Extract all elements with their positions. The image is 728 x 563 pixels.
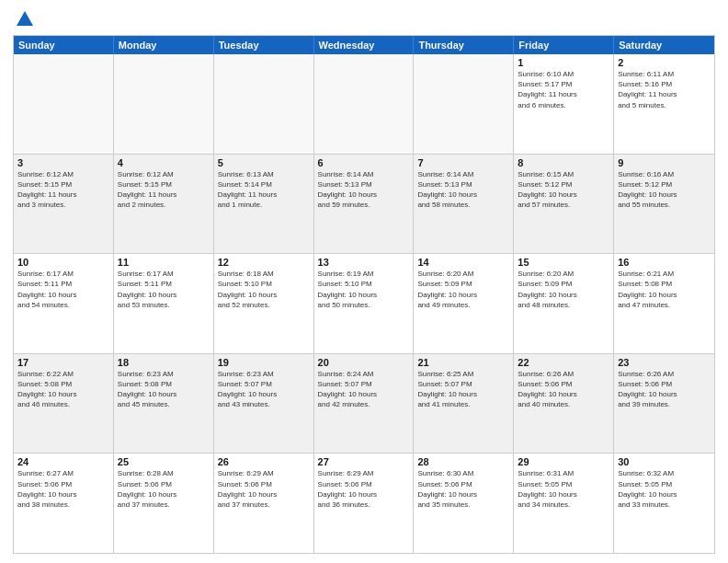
day-number: 5 — [218, 157, 310, 168]
day-info: Sunrise: 6:28 AM Sunset: 5:06 PM Dayligh… — [118, 468, 210, 510]
day-info: Sunrise: 6:18 AM Sunset: 5:10 PM Dayligh… — [218, 269, 310, 310]
day-number: 20 — [318, 357, 410, 368]
day-number: 27 — [318, 456, 410, 467]
day-number: 13 — [318, 257, 410, 268]
day-number: 3 — [17, 157, 109, 168]
day-number: 28 — [417, 456, 509, 467]
day-number: 21 — [417, 357, 509, 368]
calendar-cell: 1Sunrise: 6:10 AM Sunset: 5:17 PM Daylig… — [514, 54, 614, 154]
calendar-cell: 28Sunrise: 6:30 AM Sunset: 5:06 PM Dayli… — [414, 454, 514, 553]
day-number: 18 — [118, 357, 210, 368]
day-number: 11 — [118, 257, 210, 268]
header — [13, 9, 715, 28]
calendar-cell: 22Sunrise: 6:26 AM Sunset: 5:06 PM Dayli… — [514, 354, 614, 454]
day-number: 9 — [618, 157, 711, 168]
day-info: Sunrise: 6:22 AM Sunset: 5:08 PM Dayligh… — [17, 369, 109, 410]
day-info: Sunrise: 6:30 AM Sunset: 5:06 PM Dayligh… — [417, 468, 509, 510]
day-info: Sunrise: 6:17 AM Sunset: 5:11 PM Dayligh… — [17, 269, 109, 310]
day-info: Sunrise: 6:12 AM Sunset: 5:15 PM Dayligh… — [118, 169, 210, 211]
calendar-cell: 8Sunrise: 6:15 AM Sunset: 5:12 PM Daylig… — [514, 155, 614, 254]
calendar-cell: 25Sunrise: 6:28 AM Sunset: 5:06 PM Dayli… — [114, 454, 214, 553]
calendar-cell: 6Sunrise: 6:14 AM Sunset: 5:13 PM Daylig… — [314, 155, 415, 254]
calendar-cell — [214, 54, 314, 154]
day-info: Sunrise: 6:29 AM Sunset: 5:06 PM Dayligh… — [218, 468, 310, 510]
day-info: Sunrise: 6:23 AM Sunset: 5:08 PM Dayligh… — [118, 369, 210, 410]
day-info: Sunrise: 6:24 AM Sunset: 5:07 PM Dayligh… — [318, 369, 410, 410]
day-info: Sunrise: 6:32 AM Sunset: 5:05 PM Dayligh… — [618, 468, 711, 510]
calendar-cell: 3Sunrise: 6:12 AM Sunset: 5:15 PM Daylig… — [14, 155, 114, 254]
calendar-cell — [14, 54, 114, 154]
day-number: 7 — [417, 157, 509, 168]
header-cell-tuesday: Tuesday — [214, 36, 314, 54]
calendar-cell: 2Sunrise: 6:11 AM Sunset: 5:16 PM Daylig… — [614, 54, 714, 154]
day-info: Sunrise: 6:10 AM Sunset: 5:17 PM Dayligh… — [518, 69, 609, 110]
day-info: Sunrise: 6:31 AM Sunset: 5:05 PM Dayligh… — [518, 468, 609, 510]
day-number: 26 — [218, 456, 310, 467]
calendar-cell: 21Sunrise: 6:25 AM Sunset: 5:07 PM Dayli… — [414, 354, 514, 454]
header-cell-wednesday: Wednesday — [314, 36, 415, 54]
calendar-cell: 29Sunrise: 6:31 AM Sunset: 5:05 PM Dayli… — [514, 454, 614, 553]
calendar-row-5: 24Sunrise: 6:27 AM Sunset: 5:06 PM Dayli… — [14, 454, 714, 553]
calendar-row-2: 3Sunrise: 6:12 AM Sunset: 5:15 PM Daylig… — [14, 155, 714, 255]
calendar-cell: 13Sunrise: 6:19 AM Sunset: 5:10 PM Dayli… — [314, 254, 415, 353]
calendar-cell: 18Sunrise: 6:23 AM Sunset: 5:08 PM Dayli… — [114, 354, 214, 454]
calendar-cell: 23Sunrise: 6:26 AM Sunset: 5:06 PM Dayli… — [614, 354, 714, 454]
day-number: 29 — [518, 456, 609, 467]
day-number: 17 — [17, 357, 109, 368]
calendar-row-4: 17Sunrise: 6:22 AM Sunset: 5:08 PM Dayli… — [14, 354, 714, 454]
calendar-cell: 26Sunrise: 6:29 AM Sunset: 5:06 PM Dayli… — [214, 454, 314, 553]
day-info: Sunrise: 6:15 AM Sunset: 5:12 PM Dayligh… — [518, 169, 609, 211]
day-info: Sunrise: 6:21 AM Sunset: 5:08 PM Dayligh… — [618, 269, 711, 310]
day-info: Sunrise: 6:14 AM Sunset: 5:13 PM Dayligh… — [318, 169, 410, 211]
header-cell-friday: Friday — [514, 36, 614, 54]
header-cell-sunday: Sunday — [14, 36, 114, 54]
header-cell-monday: Monday — [114, 36, 214, 54]
calendar-cell: 4Sunrise: 6:12 AM Sunset: 5:15 PM Daylig… — [114, 155, 214, 254]
calendar-cell: 7Sunrise: 6:14 AM Sunset: 5:13 PM Daylig… — [414, 155, 514, 254]
day-number: 10 — [17, 257, 109, 268]
day-info: Sunrise: 6:26 AM Sunset: 5:06 PM Dayligh… — [618, 369, 711, 410]
calendar-cell: 15Sunrise: 6:20 AM Sunset: 5:09 PM Dayli… — [514, 254, 614, 353]
calendar-row-1: 1Sunrise: 6:10 AM Sunset: 5:17 PM Daylig… — [14, 54, 714, 155]
day-info: Sunrise: 6:26 AM Sunset: 5:06 PM Dayligh… — [518, 369, 609, 410]
day-info: Sunrise: 6:20 AM Sunset: 5:09 PM Dayligh… — [518, 269, 609, 310]
calendar-cell: 17Sunrise: 6:22 AM Sunset: 5:08 PM Dayli… — [14, 354, 114, 454]
logo — [13, 9, 35, 28]
calendar-cell: 9Sunrise: 6:16 AM Sunset: 5:12 PM Daylig… — [614, 155, 714, 254]
day-number: 14 — [417, 257, 509, 268]
day-number: 30 — [618, 456, 711, 467]
calendar-cell: 14Sunrise: 6:20 AM Sunset: 5:09 PM Dayli… — [414, 254, 514, 353]
day-info: Sunrise: 6:19 AM Sunset: 5:10 PM Dayligh… — [318, 269, 410, 310]
header-cell-thursday: Thursday — [414, 36, 514, 54]
calendar-cell: 24Sunrise: 6:27 AM Sunset: 5:06 PM Dayli… — [14, 454, 114, 553]
calendar-header: SundayMondayTuesdayWednesdayThursdayFrid… — [14, 36, 714, 54]
calendar-cell — [314, 54, 415, 154]
calendar-cell: 10Sunrise: 6:17 AM Sunset: 5:11 PM Dayli… — [14, 254, 114, 353]
svg-marker-0 — [17, 11, 33, 26]
calendar: SundayMondayTuesdayWednesdayThursdayFrid… — [13, 35, 715, 554]
header-cell-saturday: Saturday — [614, 36, 714, 54]
day-number: 15 — [518, 257, 609, 268]
calendar-cell: 20Sunrise: 6:24 AM Sunset: 5:07 PM Dayli… — [314, 354, 415, 454]
day-number: 25 — [118, 456, 210, 467]
day-info: Sunrise: 6:13 AM Sunset: 5:14 PM Dayligh… — [218, 169, 310, 211]
day-info: Sunrise: 6:23 AM Sunset: 5:07 PM Dayligh… — [218, 369, 310, 410]
day-number: 19 — [218, 357, 310, 368]
day-info: Sunrise: 6:16 AM Sunset: 5:12 PM Dayligh… — [618, 169, 711, 211]
page: SundayMondayTuesdayWednesdayThursdayFrid… — [0, 0, 728, 563]
day-number: 8 — [518, 157, 609, 168]
calendar-cell: 5Sunrise: 6:13 AM Sunset: 5:14 PM Daylig… — [214, 155, 314, 254]
calendar-cell: 16Sunrise: 6:21 AM Sunset: 5:08 PM Dayli… — [614, 254, 714, 353]
day-number: 23 — [618, 357, 711, 368]
day-number: 12 — [218, 257, 310, 268]
calendar-cell: 11Sunrise: 6:17 AM Sunset: 5:11 PM Dayli… — [114, 254, 214, 353]
calendar-cell — [114, 54, 214, 154]
logo-icon — [15, 9, 35, 29]
day-number: 24 — [17, 456, 109, 467]
calendar-cell — [414, 54, 514, 154]
calendar-row-3: 10Sunrise: 6:17 AM Sunset: 5:11 PM Dayli… — [14, 254, 714, 354]
day-info: Sunrise: 6:27 AM Sunset: 5:06 PM Dayligh… — [17, 468, 109, 510]
day-number: 4 — [118, 157, 210, 168]
day-number: 1 — [518, 57, 609, 68]
day-info: Sunrise: 6:14 AM Sunset: 5:13 PM Dayligh… — [417, 169, 509, 211]
